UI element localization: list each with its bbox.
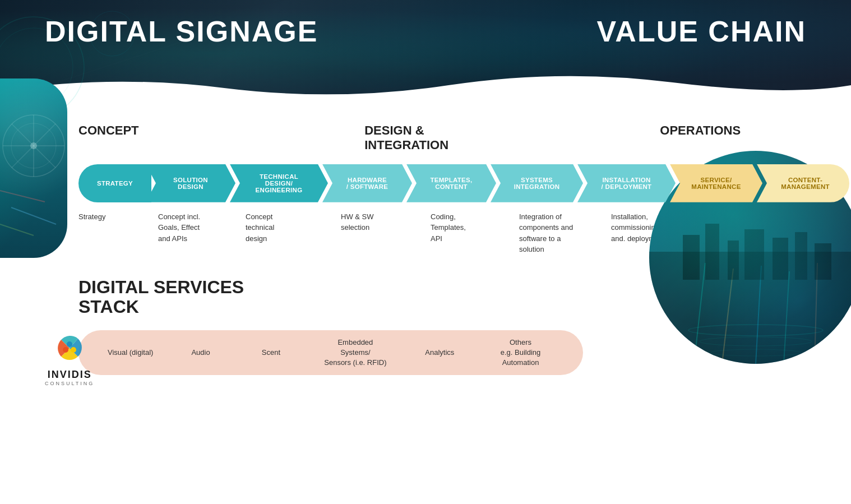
dss-audio-text: Audio	[191, 348, 210, 357]
value-chain-strip: STRATEGY SOLUTIONDESIGN TECHNICALDESIGN/…	[78, 164, 806, 202]
svg-point-4	[3, 115, 64, 177]
vc-technical-design: TECHNICALDESIGN/ENGINEERING	[230, 164, 328, 202]
svg-point-33	[700, 337, 812, 346]
dss-analytics-text: Analytics	[425, 348, 454, 357]
svg-point-5	[11, 123, 56, 168]
svg-rect-29	[773, 238, 788, 280]
svg-line-23	[784, 271, 789, 364]
svg-point-34	[711, 349, 801, 356]
phase-operations-header: OPERATIONS	[660, 123, 806, 153]
vc-solution-design: SOLUTIONDESIGN	[146, 164, 235, 202]
phase-concept-header: CONCEPT	[78, 123, 263, 153]
dss-scent: Scent	[236, 348, 306, 358]
svg-line-13	[11, 207, 56, 224]
main-content: CONCEPT DESIGN &INTEGRATION OPERATIONS S…	[0, 107, 851, 397]
technical-design-label: TECHNICALDESIGN/ENGINEERING	[256, 173, 303, 193]
svg-line-21	[722, 269, 733, 364]
phase-design-header: DESIGN &INTEGRATION	[364, 123, 598, 153]
operations-label: OPERATIONS	[660, 123, 741, 137]
logo-name-text: invidis	[48, 369, 92, 381]
logo-sub-text: CONSULTING	[45, 381, 94, 386]
installation-deployment-label: INSTALLATION/ DEPLOYMENT	[602, 177, 652, 190]
desc-solution-design: Concept incl.Goals, Effectand APIs	[158, 211, 237, 255]
phase-headers: CONCEPT DESIGN &INTEGRATION OPERATIONS	[78, 123, 806, 153]
desc-technical-design: Concepttechnicaldesign	[246, 211, 330, 255]
svg-point-6	[30, 142, 37, 149]
desc-templates-content: Coding,Templates,API	[431, 211, 509, 255]
dss-others: Otherse.g. BuildingAutomation	[475, 337, 566, 368]
service-maintenance-label: SERVICE/MAINTENANCE	[691, 177, 741, 190]
svg-rect-25	[683, 235, 700, 280]
svg-rect-30	[795, 232, 807, 280]
vc-installation-deployment: INSTALLATION/ DEPLOYMENT	[577, 164, 676, 202]
svg-rect-28	[744, 229, 764, 280]
svg-point-16	[67, 341, 72, 347]
dss-audio: Audio	[165, 348, 235, 358]
vc-hardware-software: HARDWARE/ SOFTWARE	[322, 164, 412, 202]
vc-systems-integration: SYSTEMSINTEGRATION	[491, 164, 583, 202]
templates-content-label: TEMPLATES,CONTENT	[431, 177, 473, 190]
svg-point-18	[63, 347, 68, 353]
dss-title-line2: STACK	[78, 297, 139, 317]
dss-analytics: Analytics	[405, 348, 475, 358]
dss-others-text: Otherse.g. BuildingAutomation	[501, 338, 541, 367]
vc-strategy: STRATEGY	[78, 164, 151, 202]
header-titles: DIGITAL SIGNAGE VALUE CHAIN	[0, 0, 851, 48]
strategy-label: STRATEGY	[97, 180, 133, 187]
svg-point-32	[688, 325, 823, 336]
desc-hardware-software: HW & SWselection	[341, 211, 419, 255]
vc-templates-content: TEMPLATES,CONTENT	[406, 164, 496, 202]
svg-line-12	[0, 191, 45, 202]
templates-content-desc-text: Coding,Templates,API	[431, 212, 466, 243]
design-label: DESIGN &INTEGRATION	[364, 123, 448, 152]
dss-title-line1: DIGITAL SERVICES	[78, 277, 244, 297]
dss-strip: Visual (digital) Audio Scent EmbeddedSys…	[78, 330, 583, 375]
svg-rect-27	[728, 241, 739, 280]
systems-integration-desc-text: Integration ofcomponents andsoftware to …	[519, 212, 573, 254]
svg-line-22	[756, 266, 761, 364]
solution-design-desc-text: Concept incl.Goals, Effectand APIs	[158, 212, 200, 243]
concept-label: CONCEPT	[78, 123, 139, 137]
svg-rect-31	[815, 243, 831, 280]
svg-line-20	[694, 263, 705, 364]
header: DIGITAL SIGNAGE VALUE CHAIN	[0, 0, 851, 107]
svg-line-14	[0, 224, 34, 235]
logo-area: invidis CONSULTING	[45, 329, 94, 386]
left-decoration	[0, 78, 67, 258]
svg-line-11	[12, 124, 55, 168]
dss-embedded-text: EmbeddedSystems/Sensors (i.e. RFID)	[324, 338, 386, 367]
desc-strategy: Strategy	[78, 211, 151, 255]
title-digital-signage: DIGITAL SIGNAGE	[45, 16, 318, 48]
strategy-desc-text: Strategy	[78, 212, 105, 221]
desc-systems-integration: Integration ofcomponents andsoftware to …	[519, 211, 603, 255]
hardware-software-desc-text: HW & SWselection	[341, 212, 374, 232]
vc-service-maintenance: SERVICE/MAINTENANCE	[670, 164, 762, 202]
dss-scent-text: Scent	[262, 348, 280, 357]
content-management-label: CONTENT-MANAGEMENT	[781, 177, 830, 190]
vc-content-management: CONTENT-MANAGEMENT	[757, 164, 849, 202]
svg-rect-19	[649, 252, 851, 364]
technical-design-desc-text: Concepttechnicaldesign	[246, 212, 274, 243]
dss-visual: Visual (digital)	[95, 348, 165, 358]
svg-line-10	[12, 124, 55, 168]
logo-icon	[50, 329, 89, 368]
solution-design-label: SOLUTIONDESIGN	[173, 177, 208, 190]
title-value-chain: VALUE CHAIN	[597, 16, 806, 48]
svg-rect-26	[705, 224, 719, 280]
svg-line-24	[815, 263, 817, 364]
dss-embedded: EmbeddedSystems/Sensors (i.e. RFID)	[306, 337, 405, 368]
systems-integration-label: SYSTEMSINTEGRATION	[514, 177, 560, 190]
dss-visual-text: Visual (digital)	[108, 348, 153, 357]
svg-point-17	[71, 347, 76, 353]
hardware-software-label: HARDWARE/ SOFTWARE	[346, 177, 388, 190]
